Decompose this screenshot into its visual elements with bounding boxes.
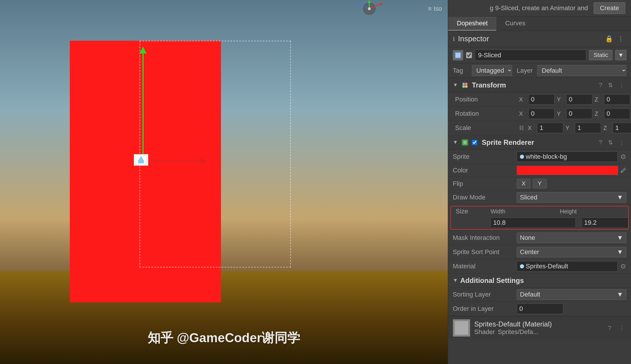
mask-interaction-label: Mask Interaction <box>453 234 517 242</box>
scale-label: Scale <box>455 124 519 132</box>
rot-y-input[interactable] <box>566 108 592 119</box>
material-menu-button[interactable]: ⋮ <box>617 324 626 332</box>
draw-mode-arrow: ▼ <box>617 194 623 201</box>
banner-message: g 9-Sliced, create an Animator and <box>490 4 588 12</box>
svg-rect-13 <box>465 83 467 85</box>
sorting-layer-dropdown[interactable]: Default ▼ <box>517 289 626 300</box>
sprite-renderer-collapse-button[interactable]: ▼ <box>453 139 458 145</box>
mask-interaction-dropdown[interactable]: None ▼ <box>517 233 626 243</box>
draw-mode-text: Sliced <box>520 194 537 201</box>
draw-mode-value: Sliced ▼ <box>517 192 626 203</box>
static-dropdown-button[interactable]: ▼ <box>615 50 626 60</box>
iso-label: ≡ Iso <box>428 5 442 13</box>
order-in-layer-label: Order in Layer <box>453 305 517 313</box>
sprite-renderer-settings-button[interactable]: ⇅ <box>606 138 615 147</box>
position-row: Position X Y Z <box>448 92 631 107</box>
sprite-select-button[interactable]: ⊙ <box>620 152 626 161</box>
color-label: Color <box>453 167 517 174</box>
object-active-checkbox[interactable] <box>466 52 472 58</box>
sprite-sort-point-row: Sprite Sort Point Center ▼ <box>448 245 631 259</box>
additional-settings-collapse-button[interactable]: ▼ <box>453 277 458 283</box>
flip-buttons: X Y <box>517 179 547 188</box>
scene-gizmo[interactable] <box>352 0 387 23</box>
rot-z-label: Z <box>595 110 602 117</box>
object-icon <box>453 50 463 60</box>
sprite-renderer-menu-button[interactable]: ⋮ <box>617 138 626 147</box>
size-height-input[interactable] <box>582 217 629 228</box>
size-label: Size <box>456 208 485 215</box>
rotation-label: Rotation <box>455 110 519 117</box>
material-asset-field[interactable]: Sprites-Default <box>517 261 618 272</box>
sprite-sort-point-dropdown[interactable]: Center ▼ <box>517 247 626 257</box>
sorting-layer-text: Default <box>520 291 540 298</box>
inspector-header: ℹ Inspector 🔒 ⋮ <box>448 31 631 47</box>
scale-fields: ⛓ X Y Z <box>519 123 631 133</box>
order-in-layer-input[interactable] <box>517 304 563 314</box>
scale-z-label: Z <box>603 125 610 131</box>
transform-menu-button[interactable]: ⋮ <box>617 81 626 89</box>
scale-x-label: X <box>528 125 535 131</box>
material-shader-row: Shader Sprites/Defa... <box>474 328 602 336</box>
transform-collapse-button[interactable]: ▼ <box>453 82 458 88</box>
pos-z-label: Z <box>595 96 602 103</box>
scale-link-icon: ⛓ <box>519 125 524 131</box>
material-asset-dot <box>520 264 524 268</box>
sprite-rect <box>70 41 221 302</box>
draw-mode-dropdown[interactable]: Sliced ▼ <box>517 192 626 203</box>
inspector-lock-button[interactable]: 🔒 <box>603 34 615 44</box>
object-name-input[interactable] <box>475 50 586 61</box>
inspector-menu-button[interactable]: ⋮ <box>615 34 626 44</box>
move-arrow-right[interactable] <box>144 160 202 162</box>
rot-z-input[interactable] <box>604 108 630 119</box>
material-help-button[interactable]: ? <box>606 324 613 332</box>
flip-row: Flip X Y <box>448 177 631 190</box>
pivot-handle[interactable] <box>134 154 148 166</box>
transform-settings-button[interactable]: ⇅ <box>606 81 615 89</box>
transform-help-button[interactable]: ? <box>597 81 604 89</box>
tabs-row: Dopesheet Curves <box>448 17 631 31</box>
layer-dropdown[interactable]: Default <box>537 65 626 76</box>
svg-rect-20 <box>455 321 468 335</box>
scale-z-input[interactable] <box>613 123 631 133</box>
tab-dopesheet[interactable]: Dopesheet <box>448 17 496 31</box>
additional-settings-title: Additional Settings <box>460 276 524 285</box>
draw-mode-label: Draw Mode <box>453 194 517 201</box>
material-select-button[interactable]: ⊙ <box>620 262 626 271</box>
scale-x-input[interactable] <box>537 123 563 133</box>
tab-curves[interactable]: Curves <box>496 17 534 31</box>
pos-x-input[interactable] <box>528 94 555 105</box>
sprite-renderer-help-button[interactable]: ? <box>597 138 604 147</box>
tag-dropdown[interactable]: Untagged <box>472 65 512 76</box>
flip-y-button[interactable]: Y <box>533 179 546 188</box>
move-arrow-up[interactable] <box>142 52 144 157</box>
color-swatch[interactable] <box>517 166 618 175</box>
flip-x-button[interactable]: X <box>517 179 530 188</box>
material-bottom-section: Sprites-Default (Material) Shader Sprite… <box>448 316 631 340</box>
create-button[interactable]: Create <box>594 2 625 14</box>
rotation-fields: X Y Z <box>519 108 630 119</box>
scale-y-input[interactable] <box>575 123 601 133</box>
top-banner: g 9-Sliced, create an Animator and Creat… <box>448 0 631 17</box>
order-in-layer-row: Order in Layer <box>448 302 631 316</box>
layer-label: Layer <box>517 67 533 74</box>
sprite-asset-field[interactable]: white-block-bg <box>517 151 618 162</box>
sorting-layer-value: Default ▼ <box>517 289 626 300</box>
rot-y-label: Y <box>557 110 564 117</box>
size-section: Size Width Height <box>450 206 629 230</box>
inspector-info-icon: ℹ <box>453 35 455 42</box>
scene-panel[interactable]: ≡ Iso 知乎 @GameCoder谢同学 <box>0 0 448 364</box>
width-col-header: Width <box>491 208 554 215</box>
eyedropper-button[interactable]: 🖉 <box>621 167 626 174</box>
static-button[interactable]: Static <box>589 50 612 60</box>
rot-x-input[interactable] <box>528 108 555 119</box>
inspector-panel: g 9-Sliced, create an Animator and Creat… <box>448 0 631 364</box>
transform-section-actions: ? ⇅ ⋮ <box>597 81 626 89</box>
pos-y-input[interactable] <box>566 94 592 105</box>
pos-z-input[interactable] <box>604 94 630 105</box>
tag-layer-row: Tag Untagged Layer Default <box>448 63 631 78</box>
sprite-renderer-checkbox[interactable] <box>472 140 477 145</box>
sorting-layer-label: Sorting Layer <box>453 291 517 298</box>
sprite-value: white-block-bg ⊙ <box>517 151 626 162</box>
size-width-input[interactable] <box>491 217 576 228</box>
rot-x-label: X <box>519 110 526 117</box>
